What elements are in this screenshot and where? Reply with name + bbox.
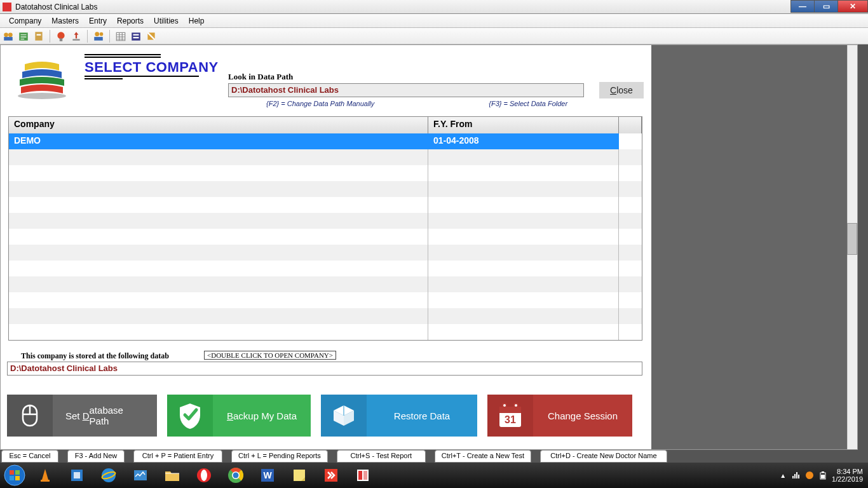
set-database-path-button[interactable]: Set Database Path <box>7 395 157 437</box>
menu-company[interactable]: Company <box>4 15 46 27</box>
hint-f3: {F3} = Select Data Folder <box>489 100 567 107</box>
table-row[interactable] <box>9 229 642 245</box>
change-session-button[interactable]: 31 Change Session <box>487 395 632 437</box>
svg-point-23 <box>503 403 506 407</box>
app-icon <box>69 467 85 484</box>
data-path-field[interactable]: D:\Datotahost Clinical Labs <box>228 83 584 97</box>
stored-path-field[interactable]: D:\Datotahost Clinical Labs <box>7 362 642 376</box>
svg-point-34 <box>201 470 207 481</box>
table-row[interactable] <box>9 276 642 292</box>
taskbar-app-taskmgr[interactable] <box>125 463 156 488</box>
menu-help[interactable]: Help <box>184 15 210 27</box>
svg-rect-2 <box>4 37 13 41</box>
table-row[interactable] <box>9 261 642 276</box>
window-close-button[interactable]: ✕ <box>837 0 868 13</box>
close-button[interactable]: Close <box>599 82 644 98</box>
chrome-icon <box>227 466 245 484</box>
svg-text:W: W <box>263 470 272 480</box>
taskbar-app-explorer[interactable] <box>156 463 188 488</box>
page-title: SELECT COMPANY <box>85 59 219 76</box>
shortcut-row: Esc = Cancel F3 - Add New Ctrl + P = Pat… <box>1 450 868 463</box>
right-gray-panel <box>650 45 857 449</box>
table-row[interactable]: DEMO 01-04-2008 <box>9 133 642 149</box>
shortcut-ctrlt[interactable]: Ctrl+T - Create a New Test <box>435 450 531 463</box>
toolbar-icon-9[interactable] <box>146 30 157 42</box>
svg-text:31: 31 <box>505 414 516 425</box>
shortcut-f3[interactable]: F3 - Add New <box>67 450 125 463</box>
taskbar-app-opera[interactable] <box>188 463 220 488</box>
toolbar-icon-6[interactable] <box>93 30 104 42</box>
taskbar-app-ie[interactable] <box>93 463 125 488</box>
menu-reports[interactable]: Reports <box>112 15 149 27</box>
window-titlebar: Datotahost Clinical Labs — ▭ ✕ <box>0 0 868 14</box>
taskbar-app-word[interactable]: W <box>252 463 283 488</box>
toolbar-icon-8[interactable] <box>130 30 142 42</box>
table-row[interactable] <box>9 308 642 324</box>
shield-icon[interactable] <box>805 471 814 480</box>
col-fy-from[interactable]: F.Y. From <box>428 117 619 133</box>
app-icon <box>355 467 371 484</box>
backup-my-data-button[interactable]: Backup My Data <box>167 395 311 437</box>
toolbar-icon-4[interactable] <box>55 30 67 42</box>
toolbar-separator <box>109 30 110 43</box>
tray-chevron-icon[interactable]: ▲ <box>780 472 786 479</box>
taskbar-app-vlc[interactable] <box>29 463 61 488</box>
menu-entry[interactable]: Entry <box>84 15 112 27</box>
toolbar-icon-5[interactable] <box>71 30 82 42</box>
svg-rect-5 <box>37 34 41 35</box>
big-button-label: Set Database Path <box>53 395 157 437</box>
windows-start-icon <box>4 464 25 486</box>
anydesk-icon <box>323 467 339 484</box>
toolbar-icon-2[interactable] <box>18 30 29 42</box>
window-maximize-button[interactable]: ▭ <box>814 0 838 13</box>
svg-point-10 <box>100 32 104 36</box>
shortcut-esc[interactable]: Esc = Cancel <box>1 450 58 463</box>
toolbar-icon-1[interactable] <box>3 30 14 42</box>
taskbar: W ▲ 8:34 PM 1/22/2019 <box>0 463 868 488</box>
taskbar-app-current[interactable] <box>347 463 379 488</box>
taskbar-app-chrome[interactable] <box>220 463 252 488</box>
calendar-icon: 31 <box>497 402 524 430</box>
table-row[interactable] <box>9 165 642 181</box>
battery-icon[interactable] <box>819 471 827 480</box>
table-row[interactable] <box>9 149 642 165</box>
restore-data-button[interactable]: Restore Data <box>321 395 477 437</box>
shortcut-ctrld[interactable]: Ctrl+D - Create New Doctor Name <box>540 450 667 463</box>
clock[interactable]: 8:34 PM 1/22/2019 <box>832 468 863 483</box>
table-row[interactable] <box>9 245 642 261</box>
table-row[interactable] <box>9 197 642 213</box>
svg-rect-8 <box>72 39 79 40</box>
svg-point-24 <box>514 403 518 407</box>
svg-rect-50 <box>821 475 825 478</box>
wifi-icon[interactable] <box>791 471 800 480</box>
table-row[interactable] <box>9 292 642 308</box>
table-header: Company F.Y. From <box>9 117 642 133</box>
table-row[interactable] <box>9 181 642 197</box>
shortcut-ctrls[interactable]: Ctrl+S - Test Report <box>337 450 426 463</box>
table-row[interactable] <box>9 324 642 340</box>
shortcut-ctrll[interactable]: Ctrl + L = Pending Reports <box>231 450 328 463</box>
toolbar-icon-3[interactable] <box>33 30 44 42</box>
taskbar-app-2[interactable] <box>61 463 93 488</box>
svg-point-0 <box>4 32 8 37</box>
svg-point-26 <box>4 465 25 485</box>
taskbar-app-notes[interactable] <box>283 463 315 488</box>
svg-point-39 <box>233 473 239 478</box>
vertical-scrollbar-thumb[interactable] <box>847 223 857 255</box>
toolbar-icon-7[interactable] <box>115 30 126 42</box>
svg-rect-27 <box>41 480 50 482</box>
big-button-label: Restore Data <box>367 395 477 437</box>
taskbar-app-red[interactable] <box>315 463 347 488</box>
col-extra <box>619 117 642 133</box>
menu-utilities[interactable]: Utilities <box>149 15 184 27</box>
svg-point-17 <box>18 93 66 99</box>
col-company[interactable]: Company <box>9 117 428 133</box>
svg-rect-7 <box>60 38 63 41</box>
shortcut-ctrlp[interactable]: Ctrl + P = Patient Entry <box>133 450 222 463</box>
lookin-label: Look in Data Path <box>228 72 293 82</box>
hint-f2: {F2} = Change Data Path Manually <box>266 100 374 107</box>
start-button[interactable] <box>0 463 29 488</box>
table-row[interactable] <box>9 213 642 229</box>
menu-masters[interactable]: Masters <box>46 15 84 27</box>
window-minimize-button[interactable]: — <box>790 0 815 13</box>
